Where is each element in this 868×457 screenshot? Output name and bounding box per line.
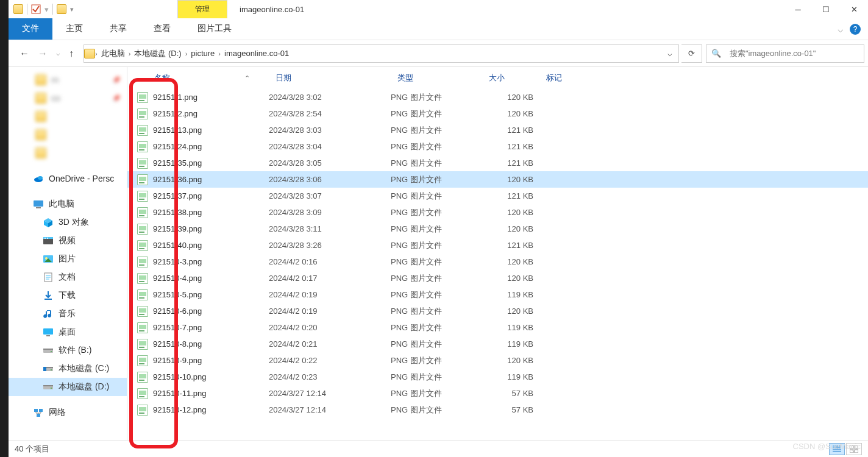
- history-dropdown-icon[interactable]: ⌵: [56, 49, 60, 57]
- file-row[interactable]: 92151-38.png2024/3/28 3:09PNG 图片文件120 KB: [127, 204, 868, 221]
- file-date: 2024/3/28 3:05: [269, 158, 391, 168]
- file-row[interactable]: 92151-36.png2024/3/28 3:06PNG 图片文件120 KB: [127, 171, 868, 188]
- svg-rect-17: [43, 328, 53, 335]
- png-file-icon: [137, 108, 148, 119]
- file-name: 92151-39.png: [153, 224, 269, 233]
- tree-item[interactable]: 本地磁盘 (D:): [9, 378, 127, 396]
- file-row[interactable]: 92151-40.png2024/3/28 3:26PNG 图片文件121 KB: [127, 237, 868, 253]
- up-button[interactable]: ↑: [69, 48, 74, 59]
- help-icon[interactable]: ?: [850, 24, 861, 35]
- drive-icon: [43, 345, 54, 356]
- file-date: 2024/3/28 3:02: [269, 93, 391, 102]
- tree-item[interactable]: 下载: [9, 286, 127, 305]
- ribbon-expand-icon[interactable]: ⌵: [838, 23, 844, 35]
- quick-access-item[interactable]: [9, 144, 127, 162]
- this-pc-node[interactable]: 此电脑: [9, 195, 127, 213]
- ribbon-tab-picture-tools[interactable]: 图片工具: [184, 18, 245, 40]
- breadcrumb-this-pc[interactable]: 此电脑: [98, 48, 129, 59]
- contextual-tab-label: 管理: [177, 0, 227, 18]
- tree-item-label: 本地磁盘 (D:): [59, 381, 109, 392]
- quick-access-item[interactable]: [9, 107, 127, 126]
- svg-point-13: [45, 257, 48, 260]
- file-row[interactable]: 92151-37.png2024/3/28 3:07PNG 图片文件121 KB: [127, 188, 868, 204]
- file-row[interactable]: 92151-13.png2024/3/28 3:03PNG 图片文件121 KB: [127, 122, 868, 138]
- forward-button[interactable]: →: [38, 48, 48, 59]
- quick-access-item[interactable]: [9, 126, 127, 144]
- qat-dropdown-icon[interactable]: ▾: [44, 5, 49, 14]
- window-title: imageonline.co-01: [240, 5, 784, 14]
- breadcrumb-drive-d[interactable]: 本地磁盘 (D:): [130, 48, 185, 59]
- file-type: PNG 图片文件: [391, 405, 482, 416]
- file-date: 2024/4/2 0:19: [269, 290, 391, 299]
- left-dark-strip: [0, 0, 9, 457]
- file-row[interactable]: 92151-35.png2024/3/28 3:05PNG 图片文件121 KB: [127, 155, 868, 171]
- svg-point-25: [51, 369, 52, 370]
- file-size: 119 KB: [482, 323, 539, 332]
- file-list[interactable]: 92151-1.png2024/3/28 3:02PNG 图片文件120 KB9…: [127, 89, 868, 418]
- breadcrumb-current[interactable]: imageonline.co-01: [221, 49, 293, 58]
- quick-access-item[interactable]: co📌: [9, 89, 127, 107]
- navigation-tree[interactable]: rn📌 co📌 OneDrive - Persc 此电脑 3D 对象视频图片文档…: [9, 67, 127, 440]
- network-node[interactable]: 网络: [9, 403, 127, 422]
- file-row[interactable]: 921510-9.png2024/4/2 0:22PNG 图片文件120 KB: [127, 352, 868, 369]
- ribbon-tab-home[interactable]: 主页: [52, 18, 96, 40]
- file-name: 921510-5.png: [153, 290, 269, 299]
- search-box[interactable]: 🔍: [706, 44, 864, 63]
- file-type: PNG 图片文件: [391, 224, 482, 235]
- search-input[interactable]: [726, 49, 864, 58]
- tree-item[interactable]: 图片: [9, 250, 127, 268]
- file-row[interactable]: 921510-7.png2024/4/2 0:20PNG 图片文件119 KB: [127, 319, 868, 336]
- tree-item[interactable]: 视频: [9, 232, 127, 250]
- tree-item[interactable]: 文档: [9, 268, 127, 286]
- tree-item[interactable]: 软件 (B:): [9, 341, 127, 360]
- file-type: PNG 图片文件: [391, 355, 482, 366]
- file-tab[interactable]: 文件: [9, 18, 52, 40]
- ribbon-tab-view[interactable]: 查看: [140, 18, 184, 40]
- qat-overflow-icon[interactable]: ▾: [70, 5, 74, 13]
- minimize-button[interactable]: ─: [784, 0, 812, 18]
- file-row[interactable]: 921510-8.png2024/4/2 0:21PNG 图片文件119 KB: [127, 336, 868, 352]
- column-date[interactable]: 日期: [268, 73, 390, 83]
- column-tag[interactable]: 标记: [539, 73, 600, 83]
- png-file-icon: [137, 257, 148, 267]
- file-size: 119 KB: [482, 290, 539, 299]
- file-row[interactable]: 921510-3.png2024/4/2 0:16PNG 图片文件120 KB: [127, 253, 868, 270]
- column-type[interactable]: 类型: [390, 73, 482, 83]
- file-name: 92151-2.png: [153, 109, 269, 118]
- file-row[interactable]: 921510-6.png2024/4/2 0:19PNG 图片文件120 KB: [127, 303, 868, 319]
- address-bar[interactable]: › 此电脑 › 本地磁盘 (D:) › picture › imageonlin…: [84, 44, 679, 63]
- file-row[interactable]: 92151-39.png2024/3/28 3:11PNG 图片文件120 KB: [127, 221, 868, 237]
- file-row[interactable]: 921510-5.png2024/4/2 0:19PNG 图片文件119 KB: [127, 286, 868, 303]
- quick-access-item[interactable]: rn📌: [9, 71, 127, 89]
- back-button[interactable]: ←: [20, 48, 29, 59]
- onedrive-node[interactable]: OneDrive - Persc: [9, 169, 127, 188]
- tree-item[interactable]: 本地磁盘 (C:): [9, 360, 127, 378]
- address-dropdown-icon[interactable]: ⌵: [661, 49, 678, 58]
- file-row[interactable]: 92151-1.png2024/3/28 3:02PNG 图片文件120 KB: [127, 89, 868, 105]
- file-size: 121 KB: [482, 142, 539, 151]
- ribbon-tab-share[interactable]: 共享: [96, 18, 140, 40]
- maximize-button[interactable]: ☐: [812, 0, 840, 18]
- file-row[interactable]: 92151-2.png2024/3/28 2:54PNG 图片文件120 KB: [127, 105, 868, 122]
- file-row[interactable]: 921510-12.png2024/3/27 12:14PNG 图片文件57 K…: [127, 402, 868, 418]
- file-row[interactable]: 921510-4.png2024/4/2 0:17PNG 图片文件120 KB: [127, 270, 868, 286]
- breadcrumb-picture[interactable]: picture: [187, 49, 218, 58]
- file-size: 120 KB: [482, 257, 539, 266]
- file-size: 120 KB: [482, 109, 539, 118]
- tree-item[interactable]: 3D 对象: [9, 213, 127, 232]
- folder-icon: [35, 74, 46, 85]
- png-file-icon: [137, 92, 148, 103]
- checkbox-icon[interactable]: [31, 4, 41, 14]
- tree-item-label: 音乐: [59, 308, 76, 319]
- tree-item[interactable]: 音乐: [9, 305, 127, 323]
- file-row[interactable]: 921510-11.png2024/3/27 12:14PNG 图片文件57 K…: [127, 385, 868, 402]
- column-name[interactable]: 名称: [147, 73, 269, 83]
- column-size[interactable]: 大小: [482, 73, 539, 83]
- file-row[interactable]: 92151-24.png2024/3/28 3:04PNG 图片文件121 KB: [127, 138, 868, 155]
- file-type: PNG 图片文件: [391, 388, 482, 399]
- close-button[interactable]: ✕: [840, 0, 868, 18]
- file-row[interactable]: 921510-10.png2024/4/2 0:23PNG 图片文件119 KB: [127, 369, 868, 385]
- refresh-button[interactable]: ⟳: [681, 44, 702, 63]
- tree-item[interactable]: 桌面: [9, 323, 127, 341]
- file-type: PNG 图片文件: [391, 372, 482, 383]
